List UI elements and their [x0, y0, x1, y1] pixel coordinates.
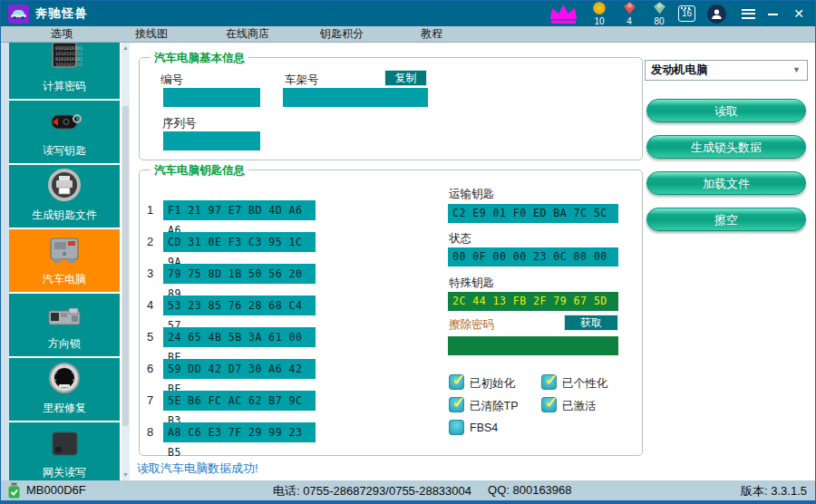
green-gem-count: 80: [654, 16, 664, 26]
special-key-field[interactable]: 2C 44 13 FB 2F 79 67 5D: [448, 292, 618, 311]
generate-lock-data-button[interactable]: 生成锁头数据: [646, 135, 806, 159]
bianhao-label: 编号: [160, 73, 183, 88]
user-avatar[interactable]: [707, 5, 726, 24]
key-info-groupbox: 汽车电脑钥匙信息 1 F1 21 97 E7 BD 4D A6 A6 2 CD …: [139, 170, 643, 456]
scrollbar-thumb[interactable]: [122, 106, 129, 426]
window-title: 奔驰怪兽: [35, 5, 88, 22]
vin-label: 车架号: [285, 73, 319, 88]
checkbox-activated[interactable]: [541, 397, 557, 412]
sidebar-scrollbar[interactable]: ▲ ▼: [121, 43, 130, 480]
menu-item-key-points[interactable]: 钥匙积分: [320, 26, 364, 42]
key-row-field[interactable]: F1 21 97 E7 BD 4D A6 A6: [163, 200, 316, 220]
sidebar-item-gateway[interactable]: 网关读写: [9, 422, 120, 480]
sidebar-item-steering-lock[interactable]: 方向锁: [9, 294, 120, 356]
red-gem-count: 4: [627, 16, 632, 26]
menu-item-tutorial[interactable]: 教程: [421, 26, 442, 42]
key-info-title: 汽车电脑钥匙信息: [151, 163, 248, 179]
gauge-icon: [47, 361, 82, 398]
status-label: 状态: [449, 231, 471, 247]
calendar-day: 16: [682, 8, 692, 18]
menubar: 选项 接线图 在线商店 钥匙积分 教程: [1, 26, 815, 43]
checkbox-initialized[interactable]: [449, 374, 464, 390]
key-row-field[interactable]: 53 23 85 76 28 68 C4 57: [163, 296, 316, 315]
hamburger-menu-icon[interactable]: [742, 9, 755, 19]
key-row-number: 8: [147, 425, 160, 439]
key-fob-icon: [44, 107, 84, 141]
sidebar-item-generate-key-file[interactable]: 生成钥匙文件: [9, 165, 120, 228]
version-label: 版本: 3.3.1.5: [741, 483, 807, 499]
read-button[interactable]: 读取: [646, 99, 806, 122]
menu-item-options[interactable]: 选项: [51, 26, 73, 42]
sidebar-item-mileage-repair[interactable]: 里程修复: [9, 358, 120, 421]
menu-item-wiring-diagram[interactable]: 接线图: [135, 26, 168, 42]
key-row-number: 1: [147, 203, 160, 217]
status-field[interactable]: 00 0F 00 00 23 0C 00 00: [448, 247, 618, 267]
main-body: 0101010101101010101001010101011010101010…: [1, 43, 815, 480]
ecu-module-icon: [44, 234, 84, 269]
key-row-field[interactable]: 79 75 8D 1B 50 56 20 89: [163, 264, 316, 284]
app-logo-icon: [8, 5, 29, 24]
transport-key-label: 运输钥匙: [449, 187, 494, 202]
key-row-field[interactable]: 5E B6 FC AC 62 B7 9C B3: [163, 391, 316, 411]
sidebar-item-label: 网关读写: [43, 465, 86, 480]
titlebar: 奔驰怪兽 10 4 80 16: [1, 1, 815, 26]
sidebar-item-car-ecu[interactable]: 汽车电脑: [9, 229, 120, 292]
device-id: MB000D6F: [26, 483, 86, 497]
key-row-field[interactable]: A8 C6 E3 7F 29 99 23 B5: [163, 422, 316, 442]
vin-field[interactable]: [283, 88, 428, 107]
copy-button[interactable]: 复制: [384, 70, 427, 86]
status-message: 读取汽车电脑数据成功!: [137, 460, 258, 477]
checkbox-label-fbs4: FBS4: [470, 422, 498, 434]
qq-number: QQ: 800163968: [488, 483, 572, 499]
red-gem-icon: [623, 2, 636, 16]
checkbox-personalized[interactable]: [541, 374, 557, 390]
key-row-number: 5: [147, 330, 160, 344]
coin-count: 10: [594, 16, 604, 26]
erase-password-label: 擦除密码: [449, 317, 494, 333]
key-row-field[interactable]: 24 65 4B 5B 3A 61 00 BE: [163, 327, 316, 347]
erase-password-field[interactable]: [448, 336, 618, 355]
key-row-number: 7: [147, 393, 160, 407]
bianhao-field[interactable]: [163, 88, 260, 107]
minimize-button[interactable]: [763, 6, 782, 21]
svg-text:1010101010: 1010101010: [55, 62, 83, 67]
checkbox-label-personalized: 已个性化: [562, 376, 607, 392]
key-row-number: 6: [147, 362, 160, 375]
green-gem-icon: [653, 2, 666, 16]
sidebar-item-label: 汽车电脑: [43, 272, 86, 287]
sidebar-item-label: 生成钥匙文件: [32, 208, 97, 223]
checkbox-tp-cleared[interactable]: [449, 397, 464, 412]
phone-number: 电话: 0755-28687293/0755-28833004: [273, 483, 471, 499]
coin-counter[interactable]: 10: [588, 2, 610, 26]
checkbox-label-activated: 已激活: [562, 399, 597, 414]
sidebar-item-label: 里程修复: [43, 401, 86, 416]
checkbox-label-tp-cleared: 已清除TP: [470, 399, 518, 414]
menu-item-online-store[interactable]: 在线商店: [226, 26, 269, 42]
transport-key-field[interactable]: C2 E9 01 F0 ED BA 7C 5C: [448, 204, 618, 223]
key-row-field[interactable]: CD 31 0E F3 C3 95 1C 9A: [163, 232, 316, 252]
checkbox-label-initialized: 已初始化: [470, 376, 515, 392]
statusbar: MB000D6F 电话: 0755-28687293/0755-28833004…: [1, 480, 815, 504]
calendar-icon[interactable]: 16: [678, 5, 695, 22]
special-key-label: 特殊钥匙: [449, 276, 494, 291]
coin-icon: [593, 2, 606, 16]
serial-field[interactable]: [163, 131, 260, 150]
checkbox-fbs4[interactable]: [449, 420, 464, 435]
ecu-type-dropdown[interactable]: 发动机电脑 ▼: [645, 60, 808, 81]
red-gem-counter[interactable]: 4: [618, 2, 640, 26]
close-button[interactable]: ✕: [790, 6, 808, 21]
sidebar-item-calc-password[interactable]: 0101010101101010101001010101011010101010…: [9, 43, 120, 99]
key-row-field[interactable]: 59 DD 42 D7 30 A6 42 BE: [163, 359, 316, 379]
erase-button[interactable]: 擦空: [646, 208, 806, 231]
key-row-number: 2: [147, 235, 160, 248]
printer-circle-icon: [46, 168, 83, 205]
load-file-button[interactable]: 加载文件: [646, 171, 806, 195]
green-gem-counter[interactable]: 80: [648, 2, 670, 26]
steering-lock-icon: [44, 304, 84, 334]
get-button[interactable]: 获取: [564, 315, 618, 331]
scroll-up-arrow-icon[interactable]: ▲: [121, 43, 130, 53]
sidebar-item-read-write-key[interactable]: 读写钥匙: [9, 101, 120, 163]
scroll-down-arrow-icon[interactable]: ▼: [121, 470, 130, 480]
ecu-type-selected: 发动机电脑: [651, 63, 708, 76]
vip-crown-icon[interactable]: [549, 4, 578, 24]
